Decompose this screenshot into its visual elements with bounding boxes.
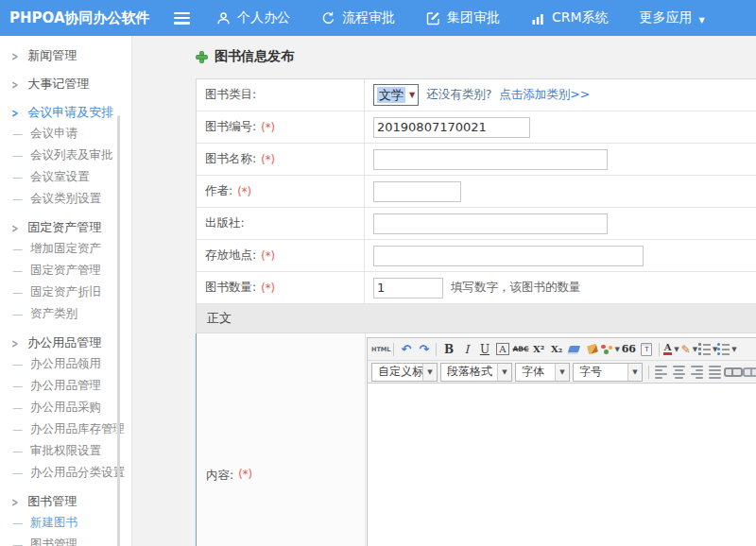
sidebar-item-资产类别[interactable]: —资产类别: [0, 303, 131, 325]
undo-icon[interactable]: ↶: [397, 341, 415, 357]
sidebar-item-固定资产管理[interactable]: >固定资产管理: [0, 217, 131, 238]
sidebar-item-label: 审批权限设置: [30, 443, 101, 459]
align-left-icon[interactable]: [652, 364, 670, 380]
hamburger-menu-icon[interactable]: [174, 12, 190, 25]
sidebar-item-图书管理[interactable]: >图书管理: [0, 491, 131, 512]
category-select[interactable]: 文学 ▼: [373, 84, 419, 106]
sidebar: >新闻管理>大事记管理>会议申请及安排—会议申请—会议列表及审批—会议室设置—会…: [0, 36, 132, 546]
sidebar-item-label: 固定资产管理: [27, 219, 101, 236]
highlight-pen-icon[interactable]: ✎▼: [680, 341, 698, 357]
color-palette-icon[interactable]: ▼: [601, 341, 619, 357]
select-arrow-icon: ▼: [409, 91, 415, 99]
input-field[interactable]: [373, 278, 443, 299]
sidebar-item-办公用品管理[interactable]: >办公用品管理: [0, 333, 131, 353]
toolbar-select-自定义标题[interactable]: 自定义标题▼: [371, 363, 438, 382]
form-row-5: 出版社:: [197, 208, 756, 240]
select-arrow-icon: ▼: [422, 364, 437, 381]
sidebar-item-新闻管理[interactable]: >新闻管理: [0, 45, 131, 66]
dash-icon: —: [12, 358, 23, 370]
sidebar-item-审批权限设置[interactable]: —审批权限设置: [0, 440, 131, 462]
chevron-right-icon: >: [11, 221, 18, 235]
input-field[interactable]: [373, 213, 608, 234]
superscript-icon[interactable]: X²: [529, 341, 547, 357]
subscript-icon[interactable]: X₂: [547, 341, 565, 357]
sidebar-item-会议室设置[interactable]: —会议室设置: [0, 166, 131, 188]
editor-content-area[interactable]: [368, 384, 756, 546]
format-brush-icon[interactable]: [583, 341, 601, 357]
dash-icon: —: [12, 467, 23, 479]
dash-icon: —: [12, 308, 23, 320]
sidebar-item-新建图书[interactable]: —新建图书: [0, 512, 131, 534]
no-category-text: 还没有类别?: [426, 87, 491, 103]
sidebar-item-办公用品采购[interactable]: —办公用品采购: [0, 397, 131, 418]
dropdown-arrow-icon: ▼: [674, 346, 679, 353]
font-color-icon[interactable]: A▼: [662, 341, 680, 357]
add-category-link[interactable]: 点击添加类别>>: [499, 87, 590, 103]
sidebar-item-增加固定资产[interactable]: —增加固定资产: [0, 238, 131, 260]
bar-chart-icon: [531, 11, 545, 26]
paste-text-icon[interactable]: T: [638, 341, 656, 357]
sidebar-item-图书管理[interactable]: —图书管理: [0, 534, 131, 546]
sidebar-item-label: 办公用品领用: [30, 356, 101, 372]
justify-icon[interactable]: [706, 364, 724, 380]
font-background-icon[interactable]: A: [493, 341, 511, 357]
sidebar-item-label: 会议申请: [30, 126, 77, 142]
align-right-icon[interactable]: [688, 364, 706, 380]
sidebar-item-label: 办公用品库存管理: [30, 421, 125, 437]
dash-icon: —: [12, 445, 23, 457]
field-label: 图书数量:(*): [197, 272, 365, 303]
dash-icon: —: [12, 243, 23, 255]
nav-item-1[interactable]: 个人办公: [216, 9, 290, 26]
html-source-icon[interactable]: HTML: [371, 341, 390, 357]
field-label: 图书类目:: [197, 79, 365, 111]
dropdown-arrow-icon: ▼: [693, 346, 697, 353]
italic-icon[interactable]: I: [457, 341, 475, 357]
sidebar-scrollbar[interactable]: [117, 115, 120, 546]
eraser-icon[interactable]: [565, 341, 583, 357]
nav-item-2[interactable]: 流程审批: [321, 9, 395, 26]
bold-icon[interactable]: B: [439, 341, 457, 357]
section-header: 正文: [197, 304, 756, 333]
chevron-right-icon: >: [11, 495, 18, 509]
input-field[interactable]: [373, 181, 461, 202]
sidebar-item-会议申请[interactable]: —会议申请: [0, 123, 131, 145]
sidebar-item-办公用品分类设置[interactable]: —办公用品分类设置: [0, 462, 131, 484]
sidebar-item-办公用品库存管理[interactable]: —办公用品库存管理: [0, 418, 131, 440]
field-label: 作者:(*): [197, 176, 365, 207]
sidebar-item-label: 图书管理: [30, 537, 77, 546]
sidebar-item-固定资产管理[interactable]: —固定资产管理: [0, 260, 131, 282]
caret-down-icon: ▼: [699, 10, 705, 26]
sidebar-item-大事记管理[interactable]: >大事记管理: [0, 74, 131, 94]
unlink-icon[interactable]: [743, 364, 756, 380]
dash-icon: —: [12, 423, 23, 435]
sidebar-item-办公用品领用[interactable]: —办公用品领用: [0, 353, 131, 375]
sidebar-item-固定资产折旧[interactable]: —固定资产折旧: [0, 282, 131, 303]
input-field[interactable]: [373, 149, 608, 170]
nav-item-5[interactable]: 更多应用▼: [640, 9, 705, 26]
sidebar-item-会议申请及安排[interactable]: >会议申请及安排: [0, 102, 131, 123]
sidebar-item-会议类别设置[interactable]: —会议类别设置: [0, 188, 131, 210]
link-icon[interactable]: [724, 364, 743, 380]
sidebar-item-会议列表及审批[interactable]: —会议列表及审批: [0, 145, 131, 166]
dash-icon: —: [12, 171, 23, 183]
toolbar-select-段落格式[interactable]: 段落格式▼: [440, 363, 512, 382]
nav-item-3[interactable]: 集团审批: [426, 9, 500, 26]
strikethrough-icon[interactable]: ABC: [511, 341, 529, 357]
blockquote-icon[interactable]: 66: [620, 341, 638, 357]
sidebar-item-办公用品管理[interactable]: —办公用品管理: [0, 375, 131, 397]
form-row-4: 作者:(*): [197, 176, 756, 208]
toolbar-select-字号[interactable]: 字号▼: [573, 363, 643, 382]
underline-icon[interactable]: U: [475, 341, 493, 357]
unordered-list-icon[interactable]: ▼: [717, 341, 736, 357]
redo-icon[interactable]: ↷: [415, 341, 433, 357]
nav-item-4[interactable]: CRM系统: [531, 9, 609, 26]
toolbar-select-字体[interactable]: 字体▼: [515, 363, 570, 382]
input-field[interactable]: [373, 246, 644, 266]
dash-icon: —: [12, 380, 23, 392]
align-center-icon[interactable]: [670, 364, 688, 380]
editor-toolbar: HTML↶↷BIUAABCX²X₂▼66TA▼✎▼▼▼ 自定义标题▼段落格式▼字…: [368, 338, 756, 384]
dash-icon: —: [12, 286, 23, 299]
ordered-list-icon[interactable]: ▼: [698, 341, 717, 357]
input-field[interactable]: [373, 117, 530, 138]
select-label: 字体: [516, 364, 555, 380]
